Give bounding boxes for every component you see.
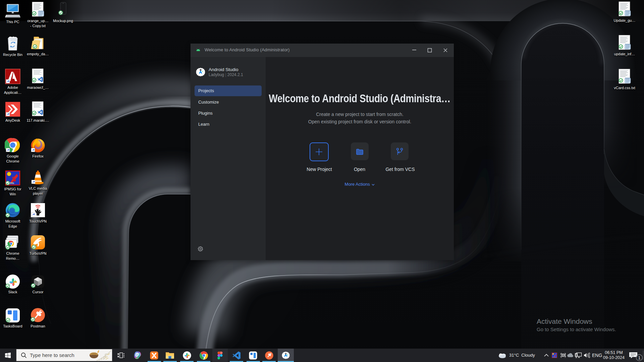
- svg-text:1: 1: [638, 356, 641, 360]
